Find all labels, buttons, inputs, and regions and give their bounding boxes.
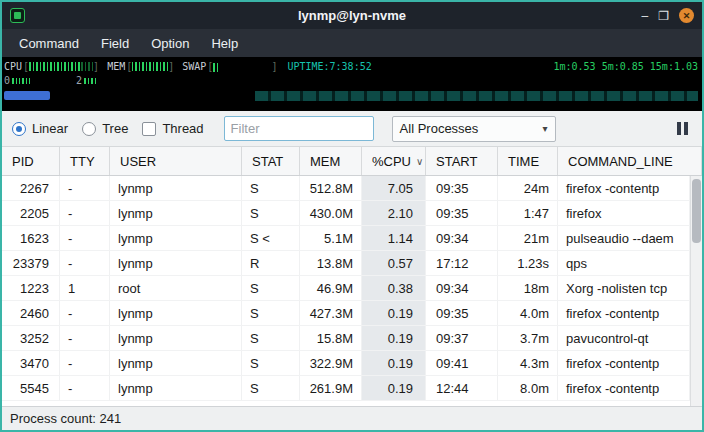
cell-time: 21m bbox=[498, 226, 558, 250]
graph-line bbox=[4, 88, 700, 103]
column-label: START bbox=[436, 154, 477, 169]
table-row[interactable]: 3252-lynmpS15.8M0.1909:373.7mpavucontrol… bbox=[2, 326, 690, 351]
graph-selection-handle[interactable] bbox=[4, 91, 50, 100]
cell-command: firefox -contentp bbox=[558, 376, 690, 400]
load-average-readout: 1m:0.53 5m:0.85 15m:1.03 bbox=[554, 61, 699, 72]
swap-meter-label: SWAP bbox=[182, 61, 206, 72]
cell-time: 1:47 bbox=[498, 201, 558, 225]
column-label: TIME bbox=[508, 154, 539, 169]
table-row[interactable]: 2460-lynmpS427.3M0.1909:354.0mfirefox -c… bbox=[2, 301, 690, 326]
cell-cpu: 0.19 bbox=[362, 326, 426, 350]
column-header-start[interactable]: START bbox=[426, 147, 498, 175]
uptime-label: UPTIME: bbox=[287, 61, 329, 72]
app-icon[interactable] bbox=[10, 8, 25, 23]
controls-bar: Linear Tree Thread All Processes ▾ bbox=[2, 111, 702, 147]
minimize-button-icon[interactable]: – bbox=[642, 10, 649, 22]
linear-radio[interactable] bbox=[12, 122, 26, 136]
column-label: COMMAND_LINE bbox=[568, 154, 673, 169]
column-header-pid[interactable]: PID bbox=[2, 147, 60, 175]
cell-mem: 322.9M bbox=[300, 351, 362, 375]
table-row[interactable]: 23379-lynmpR13.8M0.5717:121.23sqps bbox=[2, 251, 690, 276]
cell-mem: 13.8M bbox=[300, 251, 362, 275]
cell-user: root bbox=[110, 276, 242, 300]
cell-start: 09:35 bbox=[426, 201, 498, 225]
close-button-icon[interactable]: ✕ bbox=[679, 8, 694, 23]
cell-start: 09:41 bbox=[426, 351, 498, 375]
cell-pid: 5545 bbox=[2, 376, 60, 400]
filter-input[interactable] bbox=[224, 116, 374, 141]
tree-radio[interactable] bbox=[82, 122, 96, 136]
menu-item-help[interactable]: Help bbox=[200, 29, 249, 57]
table-row[interactable]: 5545-lynmpS261.9M0.1912:448.0mfirefox -c… bbox=[2, 376, 690, 401]
cell-tty: - bbox=[60, 376, 110, 400]
core-meter-2: 2 bbox=[76, 75, 96, 86]
maximize-button-icon[interactable]: ❐ bbox=[658, 10, 669, 22]
cell-mem: 261.9M bbox=[300, 376, 362, 400]
cell-start: 17:12 bbox=[426, 251, 498, 275]
cell-tty: - bbox=[60, 226, 110, 250]
cell-cpu: 0.19 bbox=[362, 301, 426, 325]
app-window: lynmp@lyn-nvme – ❐ ✕ Command Field Optio… bbox=[0, 0, 704, 432]
menu-item-command[interactable]: Command bbox=[8, 29, 90, 57]
cell-stat: S bbox=[242, 301, 300, 325]
view-mode-tree[interactable]: Tree bbox=[82, 121, 128, 136]
column-header-tty[interactable]: TTY bbox=[60, 147, 110, 175]
cell-stat: S bbox=[242, 276, 300, 300]
cell-tty: - bbox=[60, 176, 110, 200]
cell-time: 8.0m bbox=[498, 376, 558, 400]
table-row[interactable]: 2205-lynmpS430.0M2.1009:351:47firefox bbox=[2, 201, 690, 226]
cell-time: 24m bbox=[498, 176, 558, 200]
thread-toggle[interactable]: Thread bbox=[142, 121, 203, 136]
cell-stat: S < bbox=[242, 226, 300, 250]
table-row[interactable]: 3470-lynmpS322.9M0.1909:414.3mfirefox -c… bbox=[2, 351, 690, 376]
cell-time: 18m bbox=[498, 276, 558, 300]
cell-stat: S bbox=[242, 326, 300, 350]
table-row[interactable]: 2267-lynmpS512.8M7.0509:3524mfirefox -co… bbox=[2, 176, 690, 201]
uptime-readout: UPTIME:7:38:52 bbox=[287, 61, 371, 72]
menu-item-field[interactable]: Field bbox=[90, 29, 140, 57]
tree-label: Tree bbox=[102, 121, 128, 136]
core-meter-line: 0 2 bbox=[4, 73, 700, 88]
column-header-time[interactable]: TIME bbox=[498, 147, 558, 175]
view-mode-linear[interactable]: Linear bbox=[12, 121, 68, 136]
process-filter-select[interactable]: All Processes ▾ bbox=[392, 116, 556, 142]
cell-mem: 46.9M bbox=[300, 276, 362, 300]
cell-start: 09:35 bbox=[426, 301, 498, 325]
cell-mem: 5.1M bbox=[300, 226, 362, 250]
scrollbar-thumb[interactable] bbox=[692, 179, 701, 243]
column-header-command-line[interactable]: COMMAND_LINE bbox=[558, 147, 702, 175]
table-row[interactable]: 12231rootS46.9M0.3809:3418mXorg -noliste… bbox=[2, 276, 690, 301]
column-label: TTY bbox=[70, 154, 95, 169]
cell-user: lynmp bbox=[110, 326, 242, 350]
column-label: PID bbox=[12, 154, 34, 169]
thread-checkbox[interactable] bbox=[142, 122, 156, 136]
column-header-cpu[interactable]: %CPU∨ bbox=[362, 147, 426, 175]
column-header-mem[interactable]: MEM bbox=[300, 147, 362, 175]
column-header-stat[interactable]: STAT bbox=[242, 147, 300, 175]
cell-time: 4.0m bbox=[498, 301, 558, 325]
cell-mem: 430.0M bbox=[300, 201, 362, 225]
window-title: lynmp@lyn-nvme bbox=[2, 8, 702, 23]
cell-mem: 512.8M bbox=[300, 176, 362, 200]
mem-meter-label: MEM bbox=[107, 61, 125, 72]
cell-stat: R bbox=[242, 251, 300, 275]
cell-user: lynmp bbox=[110, 226, 242, 250]
cell-command: qps bbox=[558, 251, 690, 275]
core-label: 0 bbox=[4, 75, 10, 86]
pause-button[interactable] bbox=[673, 118, 692, 139]
bracket: ] bbox=[93, 61, 99, 72]
cell-user: lynmp bbox=[110, 251, 242, 275]
column-label: MEM bbox=[310, 154, 340, 169]
meter-line: CPU [] MEM [] SWAP [] UPTIME:7:38:52 1m:… bbox=[4, 59, 700, 73]
cell-tty: - bbox=[60, 201, 110, 225]
cell-pid: 3470 bbox=[2, 351, 60, 375]
scrollbar[interactable] bbox=[690, 176, 702, 406]
bracket: ] bbox=[271, 61, 277, 72]
column-header-user[interactable]: USER bbox=[110, 147, 242, 175]
cpu-history-graph bbox=[255, 91, 698, 101]
core-label: 2 bbox=[76, 75, 82, 86]
table-row[interactable]: 1623-lynmpS <5.1M1.1409:3421mpulseaudio … bbox=[2, 226, 690, 251]
menu-item-option[interactable]: Option bbox=[140, 29, 200, 57]
cell-time: 3.7m bbox=[498, 326, 558, 350]
cell-mem: 15.8M bbox=[300, 326, 362, 350]
